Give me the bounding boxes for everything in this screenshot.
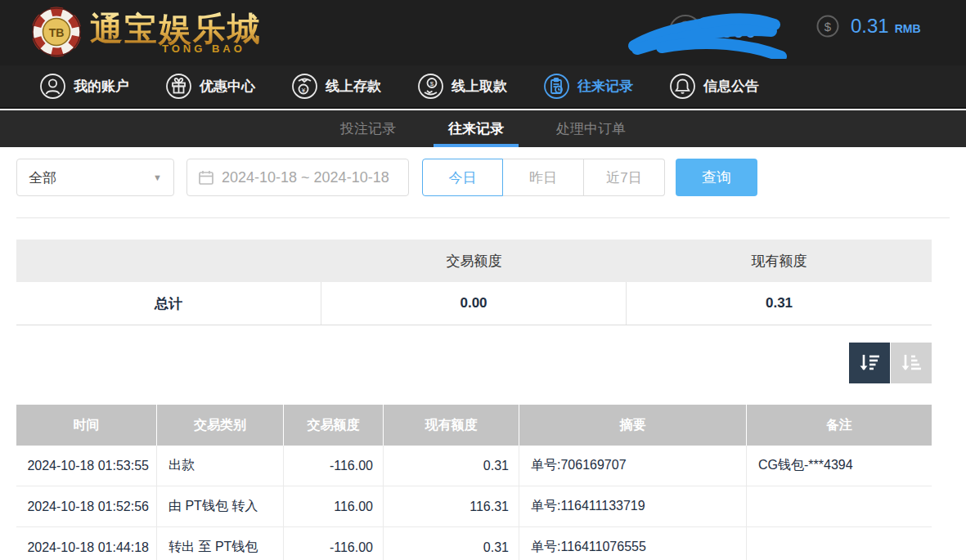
summary-header-transaction: 交易额度 (321, 240, 627, 282)
page: TB 通宝娱乐城 TONG BAO 8590 (0, 0, 966, 560)
active-tab-underline (434, 144, 519, 147)
cell-summary: 单号:706169707 (519, 446, 747, 486)
table-row: 2024-10-18 01:52:56 由 PT钱包 转入 116.00 116… (16, 486, 932, 527)
nav-item-promotions[interactable]: 优惠中心 (165, 73, 255, 100)
cell-summary: 单号:116411076555 (519, 527, 747, 560)
summary-header-current: 现有额度 (627, 240, 932, 282)
records-header-row: 时间 交易类别 交易额度 现有额度 摘要 备注 (16, 405, 932, 446)
tab-betting-records[interactable]: 投注记录 (340, 110, 396, 147)
yesterday-button[interactable]: 昨日 (503, 159, 584, 196)
tab-label: 投注记录 (340, 119, 396, 138)
records-table: 时间 交易类别 交易额度 现有额度 摘要 备注 2024-10-18 01:53… (16, 405, 932, 560)
section-divider (16, 217, 950, 218)
svg-text:¥: ¥ (301, 87, 306, 94)
summary-total-row: 总计 0.00 0.31 (16, 282, 932, 325)
cell-type: 由 PT钱包 转入 (157, 486, 284, 526)
sort-controls (849, 343, 932, 383)
cell-time: 2024-10-18 01:52:56 (16, 486, 157, 526)
balance-amount: 0.31 (851, 15, 889, 38)
cell-type: 出款 (157, 446, 284, 486)
sort-descending-icon (857, 351, 882, 375)
search-button[interactable]: 查询 (676, 159, 757, 196)
sort-ascending-icon (899, 351, 923, 375)
button-label: 今日 (449, 168, 477, 187)
tab-pending-orders[interactable]: 处理中订单 (556, 110, 626, 147)
nav-item-my-account[interactable]: 我的账户 (39, 73, 129, 100)
balance-currency: RMB (895, 17, 921, 35)
button-label: 近7日 (606, 168, 641, 187)
username-area[interactable]: 8590 (626, 8, 798, 59)
last-7-days-button[interactable]: 近7日 (584, 159, 665, 196)
bell-icon (669, 73, 696, 100)
type-select[interactable]: 全部 ▼ (16, 159, 174, 196)
nav-item-announcements[interactable]: 信息公告 (669, 73, 759, 100)
sort-descending-button[interactable] (849, 343, 890, 383)
summary-transaction-total: 0.00 (321, 282, 627, 325)
calendar-icon (198, 169, 214, 186)
nav-label: 往来记录 (577, 77, 633, 96)
nav-label: 我的账户 (74, 77, 129, 96)
nav-label: 线上取款 (452, 77, 507, 96)
cell-type: 转出 至 PT钱包 (157, 527, 284, 560)
summary-header-row: 交易额度 现有额度 (16, 240, 932, 282)
chevron-down-icon: ▼ (153, 172, 162, 182)
cell-time: 2024-10-18 01:53:55 (16, 446, 157, 486)
tab-label: 往来记录 (448, 119, 504, 138)
cell-amount: 116.00 (284, 486, 384, 526)
balance-display[interactable]: $ 0.31 RMB (816, 15, 921, 38)
col-header-amount: 交易额度 (284, 405, 384, 446)
withdraw-icon: $ (417, 73, 444, 100)
logo-title-en: TONG BAO (162, 43, 245, 55)
col-header-balance: 现有额度 (384, 405, 519, 446)
cell-note: CG钱包-***4394 (747, 446, 932, 486)
tab-transaction-records[interactable]: 往来记录 (448, 110, 504, 147)
top-bar: TB 通宝娱乐城 TONG BAO 8590 (0, 0, 966, 65)
user-icon (39, 73, 66, 100)
cell-summary: 单号:116411133719 (519, 486, 747, 526)
cell-balance: 0.31 (384, 446, 519, 486)
button-label: 查询 (702, 168, 731, 187)
date-range-input[interactable]: 2024-10-18 ~ 2024-10-18 (186, 159, 409, 196)
col-header-time: 时间 (16, 405, 157, 446)
table-row: 2024-10-18 01:53:55 出款 -116.00 0.31 单号:7… (16, 446, 932, 486)
tab-label: 处理中订单 (556, 119, 626, 138)
nav-label: 信息公告 (703, 77, 759, 96)
svg-text:$: $ (824, 20, 832, 34)
col-header-summary: 摘要 (519, 405, 747, 446)
records-icon (543, 73, 570, 100)
svg-text:TB: TB (49, 26, 65, 39)
main-nav: 我的账户 优惠中心 ¥ 线上存款 $ 线上取 (0, 65, 966, 109)
nav-item-deposit[interactable]: ¥ 线上存款 (291, 73, 381, 100)
col-header-note: 备注 (747, 405, 932, 446)
date-range-value: 2024-10-18 ~ 2024-10-18 (222, 169, 389, 186)
summary-table: 交易额度 现有额度 总计 0.00 0.31 (16, 240, 932, 325)
filter-bar: 全部 ▼ 2024-10-18 ~ 2024-10-18 今日 昨日 近7日 (16, 159, 950, 196)
cell-amount: -116.00 (284, 527, 384, 560)
sub-nav: 投注记录 往来记录 处理中订单 (0, 110, 966, 147)
svg-text:$: $ (430, 80, 434, 87)
cell-amount: -116.00 (284, 446, 384, 486)
summary-current-total: 0.31 (627, 282, 932, 325)
casino-chip-icon: TB (29, 5, 83, 59)
nav-label: 优惠中心 (200, 77, 255, 96)
sort-ascending-button[interactable] (891, 343, 932, 383)
button-label: 昨日 (529, 168, 557, 187)
table-row: 2024-10-18 01:44:18 转出 至 PT钱包 -116.00 0.… (16, 527, 932, 560)
username-scribble (626, 8, 798, 59)
nav-item-withdraw[interactable]: $ 线上取款 (417, 73, 507, 100)
nav-item-transactions[interactable]: 往来记录 (543, 73, 633, 100)
summary-total-label: 总计 (16, 282, 321, 325)
gift-icon (165, 73, 192, 100)
today-button[interactable]: 今日 (422, 159, 503, 196)
cell-note (747, 527, 932, 560)
cell-time: 2024-10-18 01:44:18 (16, 527, 157, 560)
cell-balance: 116.31 (384, 486, 519, 526)
type-select-value: 全部 (29, 168, 56, 187)
quick-range-group: 今日 昨日 近7日 (422, 159, 665, 196)
nav-label: 线上存款 (326, 77, 381, 96)
site-logo[interactable]: TB 通宝娱乐城 TONG BAO (29, 5, 254, 59)
summary-header-blank (16, 240, 321, 282)
cell-balance: 0.31 (384, 527, 519, 560)
deposit-icon: ¥ (291, 73, 318, 100)
dollar-circle-icon: $ (816, 15, 839, 38)
